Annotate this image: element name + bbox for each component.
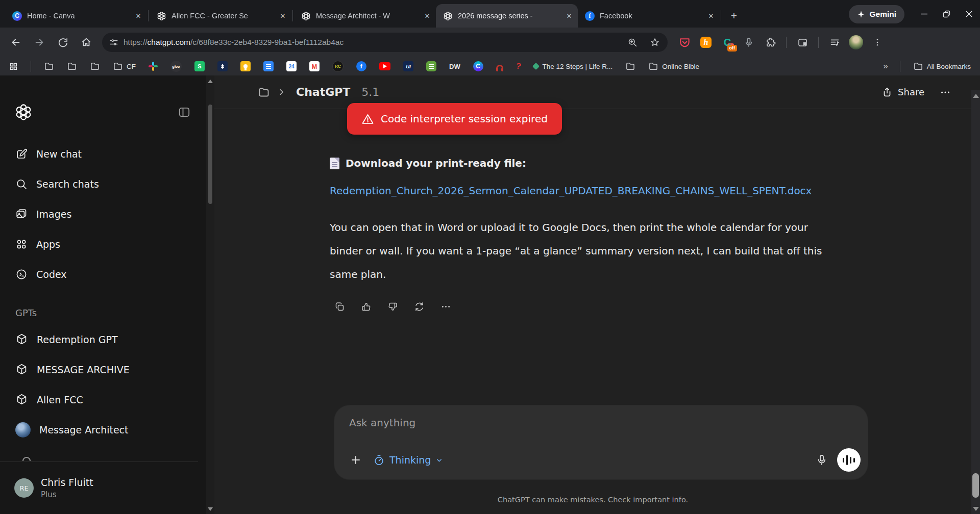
bookmark-subsplash[interactable]: S bbox=[194, 61, 205, 71]
thinking-mode-selector[interactable]: Thinking bbox=[373, 454, 443, 466]
bookmark-tree-site[interactable] bbox=[217, 61, 228, 71]
bookmark-ui[interactable]: UI bbox=[403, 61, 413, 71]
copy-icon[interactable] bbox=[330, 297, 349, 316]
bookmark-gmail[interactable]: M bbox=[309, 61, 320, 71]
conversation-menu-icon[interactable] bbox=[940, 87, 951, 98]
bookmark-gloo[interactable]: gloo bbox=[170, 61, 182, 72]
scrollbar-thumb[interactable] bbox=[972, 473, 979, 498]
bookmark-google-docs[interactable] bbox=[263, 61, 274, 71]
media-controls-icon[interactable] bbox=[827, 35, 842, 50]
tab-message-architect[interactable]: Message Architect - W ✕ bbox=[294, 4, 436, 28]
forward-button[interactable] bbox=[29, 32, 50, 53]
bookmark-question-site[interactable]: ? bbox=[516, 62, 521, 71]
close-tab-icon[interactable]: ✕ bbox=[706, 11, 716, 20]
mic-extension-icon[interactable] bbox=[741, 35, 756, 50]
composer[interactable]: Ask anything Thinking bbox=[334, 405, 868, 479]
tab-2026-message-series-active[interactable]: 2026 message series - ✕ bbox=[436, 4, 578, 28]
bookmark-twelve-steps[interactable]: The 12 Steps | Life R... bbox=[533, 63, 612, 70]
sidebar-item-codex[interactable]: Codex bbox=[0, 259, 206, 289]
regenerate-icon[interactable] bbox=[409, 297, 429, 316]
bookmark-youtube[interactable] bbox=[379, 62, 390, 70]
new-tab-button[interactable]: + bbox=[726, 8, 742, 23]
bookmark-folder[interactable] bbox=[90, 61, 100, 71]
all-bookmarks-button[interactable]: All Bookmarks bbox=[913, 61, 971, 71]
sidebar-item-images[interactable]: Images bbox=[0, 199, 206, 229]
close-tab-icon[interactable]: ✕ bbox=[565, 11, 574, 20]
bookmark-star-icon[interactable] bbox=[646, 34, 664, 51]
back-button[interactable] bbox=[5, 32, 27, 53]
home-button[interactable] bbox=[76, 32, 97, 53]
browser-menu-kebab-icon[interactable] bbox=[870, 35, 885, 50]
model-switcher[interactable]: ChatGPT 5.1 bbox=[258, 86, 379, 98]
youtube-icon bbox=[379, 62, 390, 70]
gemini-button[interactable]: Gemini bbox=[849, 5, 904, 23]
chat-input[interactable]: Ask anything bbox=[349, 417, 415, 429]
thumbs-up-icon[interactable] bbox=[356, 297, 376, 316]
account-row[interactable]: RE Chris Fluitt Plus bbox=[0, 462, 198, 514]
site-info-icon[interactable] bbox=[109, 38, 118, 47]
more-actions-icon[interactable] bbox=[436, 297, 455, 316]
honey-extension-icon[interactable]: h bbox=[698, 35, 714, 50]
bookmark-folder-online-bible[interactable]: Online Bible bbox=[648, 61, 699, 71]
chatgpt-logo-icon[interactable] bbox=[15, 104, 32, 120]
toolbar-separator bbox=[786, 37, 787, 48]
scroll-down-arrow[interactable] bbox=[208, 507, 213, 511]
sidebar-item-apps[interactable]: Apps bbox=[0, 229, 206, 259]
thumbs-down-icon[interactable] bbox=[383, 297, 402, 316]
coupon-extension-icon[interactable]: C off bbox=[720, 35, 735, 50]
restore-button[interactable] bbox=[935, 0, 958, 28]
share-label: Share bbox=[898, 87, 924, 97]
scroll-up-arrow[interactable] bbox=[973, 94, 979, 98]
bookmark-folder-cf[interactable]: CF bbox=[113, 61, 136, 71]
close-tab-icon[interactable]: ✕ bbox=[278, 11, 287, 20]
bookmark-google-calendar[interactable]: 24 bbox=[286, 61, 297, 71]
extensions-puzzle-icon[interactable] bbox=[763, 35, 778, 50]
bookmark-folder[interactable] bbox=[44, 61, 54, 71]
bookmark-canva[interactable]: C bbox=[473, 61, 483, 71]
minimize-button[interactable] bbox=[913, 0, 935, 28]
sidebar-item-new-chat[interactable]: New chat bbox=[0, 139, 206, 169]
tab-search-icon[interactable] bbox=[795, 35, 810, 50]
bookmark-audio-site[interactable] bbox=[496, 63, 503, 70]
tab-facebook[interactable]: f Facebook ✕ bbox=[578, 4, 720, 28]
tab-allen-fcc[interactable]: Allen FCC - Greater Se ✕ bbox=[150, 4, 291, 28]
sidebar-toggle-icon[interactable] bbox=[178, 106, 191, 119]
bookmark-folder[interactable] bbox=[625, 61, 635, 71]
bookmark-folder[interactable] bbox=[67, 61, 77, 71]
close-tab-icon[interactable]: ✕ bbox=[134, 11, 143, 20]
dictate-mic-icon[interactable] bbox=[811, 449, 833, 471]
sidebar-gpt-message-architect[interactable]: Message Architect bbox=[0, 415, 206, 445]
pocket-extension-icon[interactable] bbox=[677, 35, 692, 50]
close-tab-icon[interactable]: ✕ bbox=[423, 11, 432, 20]
bookmarks-overflow-chevron[interactable]: » bbox=[883, 61, 887, 71]
bookmark-slack[interactable] bbox=[149, 62, 158, 71]
bookmark-dw[interactable]: DW bbox=[449, 63, 460, 70]
close-window-button[interactable] bbox=[958, 0, 980, 28]
page-scrollbar[interactable] bbox=[971, 90, 980, 514]
scroll-up-arrow[interactable] bbox=[208, 80, 213, 83]
scroll-down-arrow[interactable] bbox=[973, 507, 979, 511]
zoom-page-icon[interactable] bbox=[624, 34, 641, 51]
apps-grid-icon[interactable] bbox=[9, 62, 18, 71]
profile-avatar[interactable] bbox=[848, 35, 864, 50]
bookmark-facebook[interactable]: f bbox=[356, 61, 366, 71]
voice-mode-button[interactable] bbox=[837, 448, 861, 472]
sidebar-gpt-allen-fcc[interactable]: Allen FCC bbox=[0, 384, 206, 415]
bookmark-google-keep[interactable] bbox=[240, 61, 251, 71]
bookmark-rc[interactable]: RC bbox=[332, 61, 344, 72]
address-bar[interactable]: https://chatgpt.com/c/68f8e33c-2eb4-8329… bbox=[102, 33, 668, 52]
share-button[interactable]: Share bbox=[881, 87, 924, 98]
scrollbar-thumb[interactable] bbox=[208, 105, 212, 204]
reload-button[interactable] bbox=[52, 32, 74, 53]
attach-plus-icon[interactable] bbox=[346, 450, 366, 470]
file-download-link[interactable]: Redemption_Church_2026_Sermon_Calendar_U… bbox=[330, 179, 818, 202]
thinking-label: Thinking bbox=[389, 454, 431, 466]
sidebar-gpt-message-archive[interactable]: MESSAGE ARCHIVE bbox=[0, 354, 206, 384]
sidebar-gpt-redemption[interactable]: Redemption GPT bbox=[0, 324, 206, 354]
bookmark-list-app[interactable] bbox=[426, 61, 436, 71]
account-avatar: RE bbox=[14, 478, 34, 498]
tab-home-canva[interactable]: C Home - Canva ✕ bbox=[5, 4, 147, 28]
url-domain: chatgpt.com bbox=[148, 38, 190, 46]
sidebar-item-search-chats[interactable]: Search chats bbox=[0, 169, 206, 199]
sidebar-scrollbar[interactable] bbox=[206, 75, 214, 514]
